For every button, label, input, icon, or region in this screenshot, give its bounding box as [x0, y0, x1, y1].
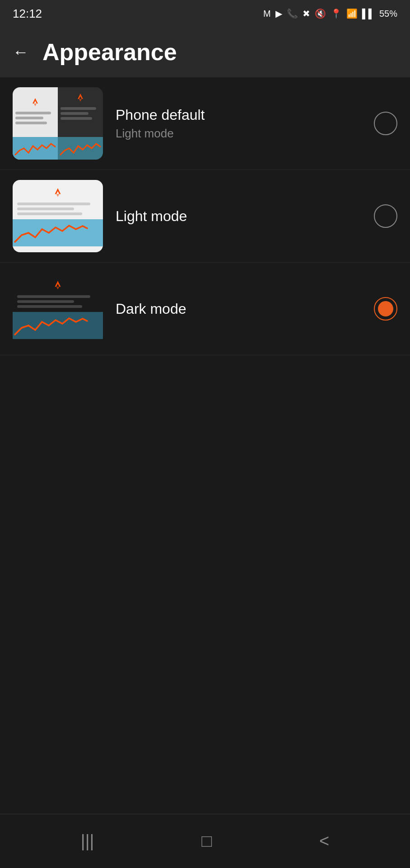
video-icon: ▶: [275, 8, 282, 19]
map-route-light: [13, 137, 58, 160]
svg-marker-10: [56, 287, 59, 289]
dark-mode-radio[interactable]: [374, 297, 397, 321]
phone-icon: 📞: [287, 8, 298, 19]
location-icon: 📍: [331, 8, 342, 19]
content-area: Phone default Light mode: [0, 77, 410, 814]
mute-icon: 🔇: [315, 8, 326, 19]
light-mode-title: Light mode: [116, 208, 361, 225]
map-route-dark-split: [58, 137, 103, 160]
strava-logo-dark-mode: [51, 279, 65, 292]
dark-mode-map: [13, 312, 103, 339]
dark-mode-title: Dark mode: [116, 300, 361, 317]
strava-logo-light: [29, 96, 42, 109]
strava-logo-light-mode: [51, 186, 65, 200]
svg-marker-7: [56, 194, 59, 197]
dark-mode-thumbnail: [13, 273, 103, 345]
status-time: 12:12: [13, 7, 42, 21]
svg-marker-0: [33, 98, 38, 104]
phone-default-option[interactable]: Phone default Light mode: [0, 77, 410, 170]
home-button[interactable]: □: [201, 831, 212, 851]
status-icons: M ▶ 📞 ✖ 🔇 📍 📶 ▌▌ 55%: [263, 8, 397, 19]
phone-default-thumbnail: [13, 87, 103, 160]
light-mode-label: Light mode: [103, 208, 374, 225]
svg-marker-3: [78, 94, 83, 99]
svg-marker-1: [34, 104, 37, 106]
svg-marker-6: [55, 188, 61, 194]
page-title: Appearance: [42, 38, 177, 66]
light-mode-option[interactable]: Light mode: [0, 170, 410, 263]
gmail-icon: M: [263, 9, 271, 19]
dark-mode-label: Dark mode: [103, 300, 374, 317]
status-bar: 12:12 M ▶ 📞 ✖ 🔇 📍 📶 ▌▌ 55%: [0, 0, 410, 27]
header: ← Appearance: [0, 27, 410, 77]
recent-apps-button[interactable]: |||: [81, 831, 94, 851]
back-nav-button[interactable]: <: [319, 831, 329, 851]
svg-marker-4: [79, 99, 82, 102]
battery-icon: 55%: [379, 9, 397, 19]
signal-icon: ▌▌: [362, 9, 375, 19]
radio-selected-indicator: [378, 301, 393, 316]
wifi-icon: 📶: [346, 8, 358, 19]
phone-default-title: Phone default: [116, 106, 361, 123]
light-mode-map: [13, 219, 103, 246]
dark-mode-option[interactable]: Dark mode: [0, 263, 410, 355]
bluetooth-icon: ✖: [303, 8, 310, 19]
phone-default-radio[interactable]: [374, 112, 397, 135]
light-mode-thumbnail: [13, 180, 103, 252]
strava-logo-dark-split: [74, 92, 87, 104]
phone-default-label: Phone default Light mode: [103, 106, 374, 140]
navigation-bar: ||| □ <: [0, 814, 410, 868]
svg-marker-9: [55, 281, 61, 287]
back-button[interactable]: ←: [13, 44, 29, 60]
light-mode-radio[interactable]: [374, 204, 397, 228]
phone-default-subtitle: Light mode: [116, 127, 361, 141]
